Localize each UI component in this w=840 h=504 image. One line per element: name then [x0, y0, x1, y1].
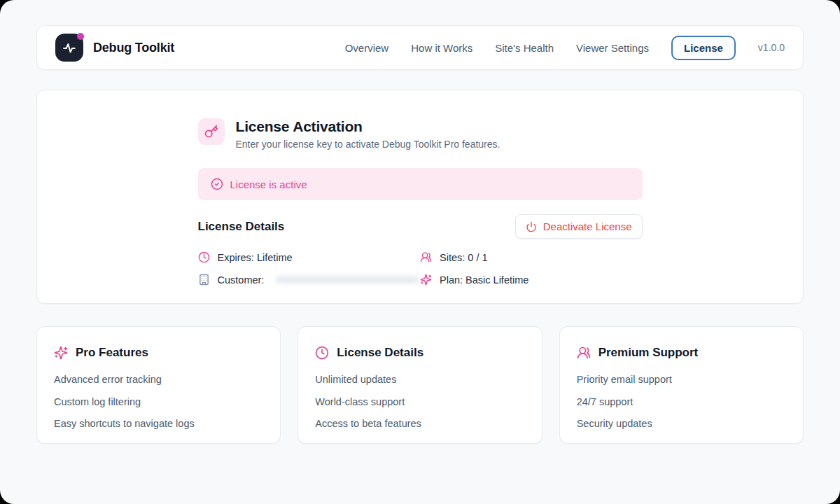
license-details-card-header: License Details: [315, 346, 524, 360]
nav-item-overview[interactable]: Overview: [345, 42, 389, 54]
users-icon: [420, 251, 432, 263]
app-window: Debug Toolkit Overview How it Works Site…: [0, 0, 840, 504]
top-bar: Debug Toolkit Overview How it Works Site…: [36, 25, 804, 70]
license-activation-content: License Activation Enter your license ke…: [198, 90, 643, 286]
license-details-card-title: License Details: [337, 346, 424, 360]
sparkles-icon: [54, 346, 68, 360]
brand: Debug Toolkit: [55, 34, 174, 62]
list-item: Priority email support: [577, 374, 786, 385]
license-status-banner: License is active: [198, 168, 643, 200]
detail-sites-text: Sites: 0 / 1: [440, 252, 488, 263]
list-item: Advanced error tracking: [54, 374, 263, 385]
list-item: Security updates: [577, 418, 786, 429]
sparkles-icon: [420, 274, 432, 286]
list-item: Custom log filtering: [54, 396, 263, 407]
detail-plan-text: Plan: Basic Lifetime: [440, 274, 528, 286]
detail-expires-text: Expires: Lifetime: [218, 252, 293, 263]
license-details-grid: Expires: Lifetime Sites: 0 / 1: [198, 251, 643, 286]
version-label: v1.0.0: [758, 42, 785, 53]
key-icon: [198, 118, 225, 145]
premium-support-card: Premium Support Priority email support 2…: [559, 326, 804, 444]
detail-expires: Expires: Lifetime: [198, 251, 421, 263]
activity-pulse-icon: [62, 40, 77, 55]
license-details-heading: License Details: [198, 220, 285, 234]
logo-notification-dot: [77, 33, 84, 40]
license-activation-card: License Activation Enter your license ke…: [36, 90, 804, 304]
app-title: Debug Toolkit: [93, 41, 174, 55]
license-details-list: Unlimited updates World-class support Ac…: [315, 374, 524, 429]
main-nav: Overview How it Works Site's Health View…: [345, 36, 785, 60]
page-subtitle: Enter your license key to activate Debug…: [236, 139, 500, 150]
list-item: 24/7 support: [577, 396, 786, 407]
detail-plan: Plan: Basic Lifetime: [420, 274, 643, 286]
license-details-card: License Details Unlimited updates World-…: [298, 326, 542, 444]
license-details-header: License Details Deactivate License: [198, 214, 643, 239]
building-icon: [198, 274, 210, 286]
list-item: Unlimited updates: [315, 374, 524, 385]
detail-customer-text: Customer:: [218, 274, 265, 286]
power-icon: [526, 221, 537, 232]
nav-item-how-it-works[interactable]: How it Works: [411, 42, 472, 54]
feature-cards: Pro Features Advanced error tracking Cus…: [36, 326, 804, 444]
clock-icon: [198, 251, 210, 263]
page-title: License Activation: [236, 118, 500, 135]
premium-support-title: Premium Support: [598, 346, 699, 360]
list-item: Easy shortcuts to navigate logs: [54, 418, 263, 429]
detail-sites: Sites: 0 / 1: [420, 251, 643, 263]
premium-support-header: Premium Support: [577, 346, 786, 360]
list-item: World-class support: [315, 396, 524, 407]
nav-item-sites-health[interactable]: Site's Health: [495, 42, 554, 54]
pro-features-card: Pro Features Advanced error tracking Cus…: [36, 326, 281, 444]
clock-icon: [315, 346, 329, 360]
nav-item-viewer-settings[interactable]: Viewer Settings: [576, 42, 649, 54]
premium-support-list: Priority email support 24/7 support Secu…: [577, 374, 786, 429]
circle-check-icon: [211, 178, 223, 190]
license-activation-titles: License Activation Enter your license ke…: [236, 118, 500, 150]
users-icon: [577, 346, 591, 360]
detail-customer: Customer:: [198, 274, 421, 286]
deactivate-license-label: Deactivate License: [543, 220, 632, 232]
pro-features-header: Pro Features: [54, 346, 263, 360]
pro-features-list: Advanced error tracking Custom log filte…: [54, 374, 263, 429]
app-logo: [55, 34, 83, 62]
license-activation-header: License Activation Enter your license ke…: [198, 118, 643, 150]
deactivate-license-button[interactable]: Deactivate License: [515, 214, 643, 239]
pro-features-title: Pro Features: [76, 346, 148, 360]
license-status-text: License is active: [230, 178, 307, 190]
customer-redacted-value: [276, 276, 419, 284]
list-item: Access to beta features: [315, 418, 524, 429]
nav-item-license-active[interactable]: License: [671, 36, 736, 60]
